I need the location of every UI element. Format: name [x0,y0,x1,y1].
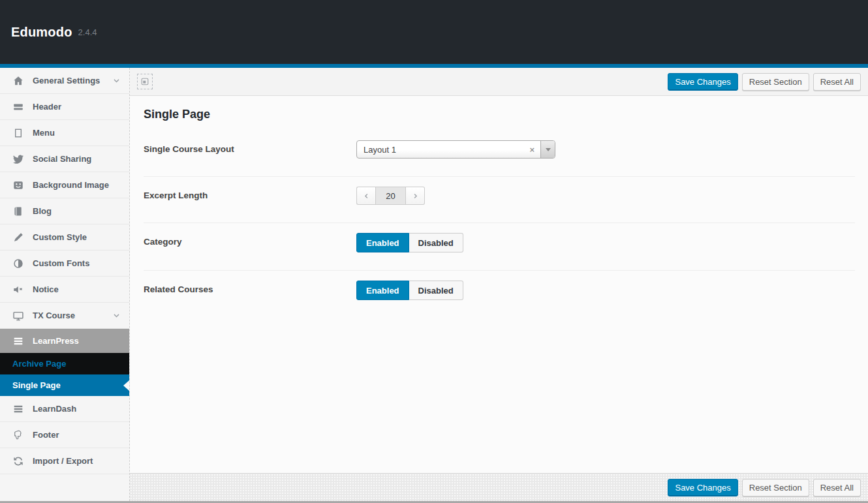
sidebar-subitem-single-page[interactable]: Single Page [0,374,129,396]
sidebar-item-label: LearnDash [33,404,76,414]
sidebar-item-custom-style[interactable]: Custom Style [0,224,129,251]
sidebar-item-social-sharing[interactable]: Social Sharing [0,146,129,172]
active-item-notch [123,380,129,391]
single-course-layout-select[interactable]: Layout 1 × [356,140,555,159]
field-label: Related Courses [144,281,356,294]
sidebar-item-custom-fonts[interactable]: Custom Fonts [0,251,129,277]
sidebar-item-label: Social Sharing [33,154,91,164]
brand-version: 2.4.4 [78,27,97,37]
page-title: Single Page [144,108,855,121]
sidebar-item-label: Custom Style [33,232,87,242]
reset-section-button[interactable]: Reset Section [742,73,809,91]
expand-options-button[interactable] [137,74,153,89]
sidebar-item-learnpress[interactable]: LearnPress [0,329,129,353]
bottom-toolbar: Save Changes Reset Section Reset All [130,473,868,501]
sidebar-subitem-label: Archive Page [12,359,66,369]
sidebar-item-notice[interactable]: Notice [0,277,129,303]
sidebar-item-footer[interactable]: Footer [0,422,129,448]
sidebar-item-label: Header [33,102,61,112]
reset-all-button[interactable]: Reset All [813,73,861,91]
sidebar-subitem-label: Single Page [12,380,61,390]
contrast-icon [12,257,25,270]
category-enabled-button[interactable]: Enabled [356,233,409,252]
select-value: Layout 1 [357,145,523,155]
sidebar-item-label: TX Course [33,311,75,320]
category-toggle-group: Enabled Disabled [356,233,463,252]
book-icon [12,205,25,218]
sidebar-item-tx-course[interactable]: TX Course [0,303,129,329]
excerpt-length-input[interactable] [375,187,406,205]
sidebar-item-general-settings[interactable]: General Settings [0,68,129,94]
refresh-icon [12,455,25,468]
sidebar-item-label: Import / Export [33,456,93,466]
stepper-increment-button[interactable] [406,187,425,205]
sidebar-item-label: General Settings [33,76,100,85]
caret-down-icon [546,148,551,154]
list-icon [12,403,25,416]
stepper-decrement-button[interactable] [356,187,375,205]
sidebar-item-background-image[interactable]: Background Image [0,172,129,198]
reset-section-button-bottom[interactable]: Reset Section [742,479,809,496]
field-row-category: Category Enabled Disabled [144,223,855,271]
settings-panel: Single Page Single Course Layout Layout … [130,96,868,473]
reset-all-button-bottom[interactable]: Reset All [813,479,861,496]
sidebar-item-label: Footer [33,430,59,440]
clear-selection-icon[interactable]: × [523,145,540,155]
related-courses-toggle-group: Enabled Disabled [356,281,463,300]
hand-icon [12,429,25,442]
sidebar-item-label: Notice [33,284,59,294]
sidebar-item-menu[interactable]: Menu [0,120,129,146]
save-changes-button-bottom[interactable]: Save Changes [668,479,737,496]
sidebar-item-learndash[interactable]: LearnDash [0,396,129,422]
settings-sidebar: General Settings Header Menu Social Shar… [0,68,130,501]
sidebar-item-label: Blog [33,206,52,216]
save-changes-button[interactable]: Save Changes [668,73,737,91]
field-label: Category [144,233,356,247]
sidebar-item-header[interactable]: Header [0,94,129,120]
related-courses-enabled-button[interactable]: Enabled [356,281,409,300]
brush-icon [12,231,25,244]
brand-title: Edumodo [11,25,72,40]
twitter-icon [12,153,25,166]
field-label: Excerpt Length [144,187,356,200]
select-dropdown-arrow[interactable] [540,141,555,158]
sidebar-item-import-export[interactable]: Import / Export [0,448,129,474]
background-image-icon [12,179,25,192]
chevron-down-icon [112,311,121,320]
brand-header: Edumodo 2.4.4 [0,0,868,64]
sidebar-item-label: Custom Fonts [33,258,89,268]
sidebar-item-label: LearnPress [33,336,79,346]
top-toolbar: Save Changes Reset Section Reset All [130,68,868,96]
field-row-related-courses: Related Courses Enabled Disabled [144,271,855,318]
field-row-single-course-layout: Single Course Layout Layout 1 × [144,138,855,177]
sidebar-subitem-archive-page[interactable]: Archive Page [0,353,129,374]
home-icon [12,74,25,87]
sidebar-item-blog[interactable]: Blog [0,198,129,224]
header-layout-icon [12,100,25,114]
chevron-down-icon [112,76,121,85]
category-disabled-button[interactable]: Disabled [409,233,463,252]
desktop-icon [12,309,25,322]
content-area: Save Changes Reset Section Reset All Sin… [130,68,868,501]
field-row-excerpt-length: Excerpt Length [144,177,855,223]
field-label: Single Course Layout [144,140,356,154]
menu-square-icon [12,127,25,140]
related-courses-disabled-button[interactable]: Disabled [409,281,463,300]
list-icon [12,335,25,348]
mute-speaker-icon [12,283,25,296]
sidebar-item-label: Menu [33,128,55,138]
sidebar-item-label: Background Image [33,180,109,190]
excerpt-length-stepper [356,187,425,205]
